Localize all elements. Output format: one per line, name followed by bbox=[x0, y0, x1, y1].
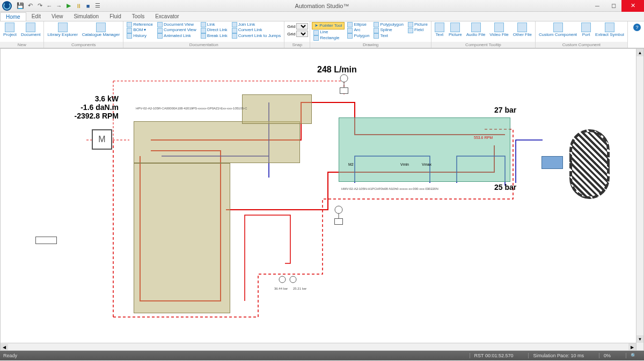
snap-grid-combo-2[interactable]: Grid bbox=[286, 31, 308, 37]
charge-pump-block[interactable] bbox=[242, 94, 312, 124]
qat-redo[interactable]: ↷ bbox=[35, 2, 44, 10]
schematic-lines bbox=[1, 49, 637, 344]
picture-button[interactable]: Picture bbox=[406, 22, 429, 27]
status-pace: Simulation Pace: 10 ms bbox=[528, 353, 588, 358]
scroll-down-arrow[interactable]: ▼ bbox=[636, 335, 643, 343]
convert-link-button[interactable]: Convert Link bbox=[230, 27, 283, 33]
rectangle-button[interactable]: Rectangle bbox=[312, 35, 345, 41]
tab-fluid[interactable]: Fluid bbox=[104, 12, 127, 20]
pump-assembly-lower[interactable] bbox=[134, 163, 230, 313]
join-link-button[interactable]: Join Link bbox=[230, 22, 283, 27]
docview-icon bbox=[157, 22, 163, 27]
extract-symbol-button[interactable]: Extract Symbol bbox=[594, 22, 626, 38]
tab-home[interactable]: Home bbox=[0, 12, 26, 21]
convert-jumps-button[interactable]: Convert Link to Jumps bbox=[230, 33, 283, 39]
scroll-right-arrow[interactable]: ▶ bbox=[628, 343, 636, 351]
flow-sensor-1[interactable] bbox=[340, 87, 348, 94]
arc-button[interactable]: Arc bbox=[346, 27, 371, 33]
qat-sim-play[interactable]: ▶ bbox=[64, 2, 73, 10]
tab-excavator[interactable]: Excavator bbox=[150, 12, 184, 20]
tab-view[interactable]: View bbox=[46, 12, 69, 20]
tab-tools[interactable]: Tools bbox=[127, 12, 150, 20]
pump-partno-label: HPV-02-A2-105R-CA00000A108-42019PS-xxxxx… bbox=[136, 107, 247, 110]
scroll-left-arrow[interactable]: ◀ bbox=[1, 344, 8, 351]
qat-undo[interactable]: ↶ bbox=[26, 2, 34, 10]
help-icon[interactable]: ? bbox=[633, 24, 641, 31]
vertical-scrollbar[interactable]: ▲ ▼ bbox=[636, 49, 643, 350]
ribbon-group-tooltip: Text Picture Audio File Video File Other… bbox=[431, 21, 536, 48]
convlink-icon bbox=[232, 28, 237, 33]
ribbon-group-documentation: Reference BOM ▾ History Document View Co… bbox=[123, 21, 284, 48]
qat-forward[interactable]: → bbox=[55, 2, 63, 10]
tooltip-audio-button[interactable]: Audio File bbox=[465, 22, 487, 38]
close-button[interactable]: ✕ bbox=[621, 0, 644, 12]
snap-grid-combo-1[interactable]: Grid bbox=[286, 23, 308, 30]
tire-symbol[interactable] bbox=[569, 129, 610, 199]
qat-sim-pause[interactable]: ⏸ bbox=[74, 2, 83, 10]
prime-mover-symbol[interactable]: M bbox=[92, 129, 112, 150]
new-project-button[interactable]: Project bbox=[2, 22, 18, 38]
scroll-up-arrow[interactable]: ▲ bbox=[636, 49, 643, 56]
catalogue-manager-button[interactable]: Catalogue Manager bbox=[80, 22, 121, 38]
directlink-icon bbox=[201, 28, 206, 33]
field-button[interactable]: Field bbox=[406, 27, 429, 33]
text-button[interactable]: Text bbox=[372, 33, 405, 39]
line-button[interactable]: Line bbox=[312, 30, 345, 35]
port-button[interactable]: Port bbox=[580, 22, 592, 38]
charge-pressure-label: 27 bar bbox=[494, 106, 516, 114]
motor-power-value: 3.6 kW bbox=[54, 94, 119, 103]
custom-component-button[interactable]: Custom Component bbox=[537, 22, 579, 38]
app-logo bbox=[2, 1, 12, 11]
qat-sim-stop[interactable]: ■ bbox=[84, 2, 92, 10]
snap-grid-select-2[interactable] bbox=[296, 31, 308, 37]
pointer-tool-button[interactable]: ➤Pointer Tool bbox=[312, 22, 345, 30]
pump-assembly-upper[interactable] bbox=[134, 121, 300, 163]
qat-save[interactable]: 💾 bbox=[16, 2, 25, 10]
break-link-button[interactable]: Break Link bbox=[199, 33, 229, 39]
audio-icon bbox=[471, 23, 481, 32]
status-zoom-icon[interactable]: 🔍 bbox=[626, 353, 641, 358]
history-button[interactable]: History bbox=[125, 33, 155, 39]
ellipse-button[interactable]: Ellipse bbox=[346, 22, 371, 27]
external-valve-symbol[interactable] bbox=[35, 237, 57, 244]
group-label-tooltip: Component Tooltip bbox=[431, 42, 535, 48]
component-view-button[interactable]: Component View bbox=[156, 27, 198, 33]
tooltip-text-button[interactable]: Text bbox=[433, 22, 446, 38]
polypolygon-icon bbox=[374, 22, 379, 27]
document-view-button[interactable]: Document View bbox=[156, 22, 198, 27]
load-block[interactable] bbox=[541, 156, 563, 169]
tooltip-video-button[interactable]: Video File bbox=[488, 22, 510, 38]
tooltip-picture-button[interactable]: Picture bbox=[447, 22, 464, 38]
custom-icon bbox=[553, 23, 563, 32]
document-icon bbox=[26, 23, 35, 32]
bom-button[interactable]: BOM ▾ bbox=[125, 27, 155, 33]
horizontal-scrollbar[interactable]: ◀ ▶ bbox=[1, 343, 636, 350]
spline-button[interactable]: Spline bbox=[372, 27, 405, 33]
tooltip-other-button[interactable]: Other File bbox=[511, 22, 533, 38]
hydraulic-motor-assembly[interactable] bbox=[339, 117, 510, 182]
arc-icon bbox=[347, 28, 353, 33]
minimize-button[interactable]: ─ bbox=[589, 0, 605, 12]
schematic-canvas[interactable]: 248 L/min 3.6 kW -1.6 daN.m -2392.8 RPM … bbox=[1, 49, 643, 350]
polypolygon-button[interactable]: Polypolygon bbox=[372, 22, 405, 27]
group-label-new: New bbox=[0, 42, 43, 48]
bom-icon bbox=[127, 28, 132, 33]
flow-sensor-2[interactable] bbox=[334, 218, 343, 225]
qat-menu[interactable]: ☰ bbox=[93, 2, 102, 10]
animated-link-button[interactable]: Animated Link bbox=[156, 33, 198, 39]
tab-edit[interactable]: Edit bbox=[26, 12, 46, 20]
direct-link-button[interactable]: Direct Link bbox=[199, 27, 229, 33]
picture-tooltip-icon bbox=[450, 23, 460, 32]
link-button[interactable]: Link bbox=[199, 22, 229, 27]
reference-button[interactable]: Reference bbox=[125, 22, 155, 27]
new-document-button[interactable]: Document bbox=[19, 22, 42, 38]
polygon-button[interactable]: Polygon bbox=[346, 33, 371, 39]
tab-simulation[interactable]: Simulation bbox=[68, 12, 104, 20]
quick-access-toolbar: 💾 ↶ ↷ ← → ▶ ⏸ ■ ☰ bbox=[16, 2, 102, 10]
library-icon bbox=[58, 23, 68, 32]
library-explorer-button[interactable]: Library Explorer bbox=[46, 22, 79, 38]
pointer-icon: ➤ bbox=[314, 23, 318, 28]
snap-grid-select-1[interactable] bbox=[296, 23, 308, 30]
qat-back[interactable]: ← bbox=[45, 2, 54, 10]
maximize-button[interactable]: ◻ bbox=[605, 0, 621, 12]
